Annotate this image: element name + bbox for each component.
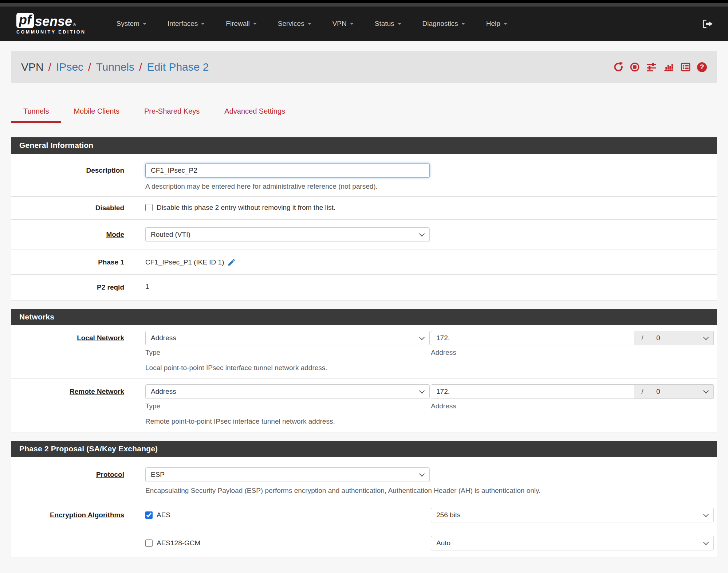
aes128gcm-label: AES128-GCM bbox=[157, 539, 200, 547]
window-title-strip bbox=[0, 3, 728, 7]
panel-title: Phase 2 Proposal (SA/Key Exchange) bbox=[11, 441, 717, 457]
list-icon[interactable] bbox=[680, 62, 691, 72]
mode-select[interactable]: Routed (VTI) bbox=[145, 227, 430, 242]
remote-network-address-input[interactable] bbox=[431, 384, 634, 399]
description-help: A description may be entered here for ad… bbox=[145, 183, 714, 191]
disabled-checkbox-label: Disable this phase 2 entry without remov… bbox=[157, 204, 335, 212]
menu-help[interactable]: Help bbox=[476, 16, 518, 31]
slash-addon: / bbox=[634, 331, 651, 345]
panel-title: General Information bbox=[11, 137, 717, 154]
menu-system[interactable]: System bbox=[106, 16, 157, 31]
chevron-down-icon bbox=[201, 23, 205, 25]
refresh-icon[interactable] bbox=[613, 62, 623, 72]
description-label: Description bbox=[11, 163, 124, 178]
breadcrumb-separator: / bbox=[48, 61, 51, 73]
menu-status[interactable]: Status bbox=[364, 16, 412, 31]
breadcrumb-section: VPN bbox=[21, 61, 44, 73]
aes128gcm-keylen-select[interactable]: Auto bbox=[431, 536, 714, 550]
pf-logo-box: pf bbox=[16, 13, 34, 28]
panel-phase2-proposal: Phase 2 Proposal (SA/Key Exchange) Proto… bbox=[11, 441, 717, 557]
aes-label: AES bbox=[157, 511, 170, 519]
logo-text: sense bbox=[35, 15, 72, 28]
sign-out-button[interactable] bbox=[702, 18, 713, 30]
local-network-address-input[interactable] bbox=[431, 331, 634, 345]
stop-icon[interactable] bbox=[630, 62, 640, 72]
p2-reqid-value: 1 bbox=[145, 283, 149, 290]
disabled-checkbox[interactable] bbox=[145, 204, 153, 211]
slash-addon: / bbox=[634, 384, 651, 399]
remote-address-caption: Address bbox=[431, 402, 714, 410]
row-p2-reqid: P2 reqid 1 bbox=[11, 274, 717, 300]
description-input[interactable] bbox=[145, 163, 430, 178]
tab-advanced-settings[interactable]: Advanced Settings bbox=[212, 107, 298, 123]
breadcrumb: VPN / IPsec / Tunnels / Edit Phase 2 bbox=[11, 51, 717, 83]
local-network-label: Local Network bbox=[11, 331, 124, 345]
local-network-help: Local point-to-point IPsec interface tun… bbox=[145, 364, 714, 372]
chevron-down-icon bbox=[398, 23, 401, 25]
remote-network-label: Remote Network bbox=[11, 384, 124, 399]
mode-label: Mode bbox=[11, 227, 124, 242]
row-description: Description A description may be entered… bbox=[11, 154, 717, 196]
top-navbar: pf sense ® COMMUNITY EDITION System Inte… bbox=[0, 7, 728, 41]
chevron-down-icon bbox=[253, 23, 257, 25]
phase1-label: Phase 1 bbox=[11, 257, 124, 267]
aes-keylen-select[interactable]: 256 bits bbox=[431, 508, 714, 522]
panel-title: Networks bbox=[11, 309, 717, 325]
tab-pre-shared-keys[interactable]: Pre-Shared Keys bbox=[132, 107, 212, 123]
chevron-down-icon bbox=[143, 23, 146, 25]
local-network-prefix-select[interactable]: 0 bbox=[651, 331, 714, 345]
phase1-value: CF1_IPsec_P1 (IKE ID 1) bbox=[145, 257, 224, 267]
local-network-type-select[interactable]: Address bbox=[145, 331, 430, 345]
p2-reqid-label: P2 reqid bbox=[11, 283, 124, 292]
row-disabled: Disabled Disable this phase 2 entry with… bbox=[11, 196, 717, 219]
row-remote-network: Remote Network Address Type / bbox=[11, 378, 717, 432]
disabled-label: Disabled bbox=[11, 204, 124, 212]
row-protocol: Protocol ESP Encapsulating Security Payl… bbox=[11, 457, 717, 501]
chevron-down-icon bbox=[504, 23, 507, 25]
breadcrumb-separator: / bbox=[139, 61, 142, 73]
aes-checkbox[interactable] bbox=[145, 511, 153, 519]
sliders-icon[interactable] bbox=[646, 62, 657, 72]
menu-vpn[interactable]: VPN bbox=[322, 16, 364, 31]
navbar-menus: System Interfaces Firewall Services VPN … bbox=[106, 16, 702, 31]
row-encryption-aes: Encryption Algorithms AES 256 bits bbox=[11, 501, 717, 529]
encryption-algorithms-label: Encryption Algorithms bbox=[11, 508, 124, 522]
chevron-down-icon bbox=[461, 23, 465, 25]
menu-diagnostics[interactable]: Diagnostics bbox=[412, 16, 476, 31]
menu-firewall[interactable]: Firewall bbox=[215, 16, 267, 31]
row-mode: Mode Routed (VTI) bbox=[11, 219, 717, 250]
local-address-caption: Address bbox=[431, 349, 714, 357]
protocol-select[interactable]: ESP bbox=[145, 467, 430, 482]
row-local-network: Local Network Address Type / bbox=[11, 325, 717, 378]
pfsense-logo[interactable]: pf sense ® COMMUNITY EDITION bbox=[16, 13, 86, 35]
remote-network-type-select[interactable]: Address bbox=[145, 384, 430, 399]
protocol-help: Encapsulating Security Payload (ESP) per… bbox=[145, 487, 714, 495]
sign-out-icon bbox=[702, 18, 713, 30]
remote-type-caption: Type bbox=[145, 402, 430, 410]
protocol-label: Protocol bbox=[11, 467, 124, 482]
chart-bar-icon[interactable] bbox=[663, 62, 674, 72]
pencil-icon[interactable] bbox=[227, 258, 236, 267]
breadcrumb-link-tunnels[interactable]: Tunnels bbox=[96, 61, 134, 73]
menu-interfaces[interactable]: Interfaces bbox=[157, 16, 215, 31]
panel-networks: Networks Local Network Address Type / bbox=[11, 309, 717, 432]
breadcrumb-link-ipsec[interactable]: IPsec bbox=[56, 61, 83, 73]
breadcrumb-separator: / bbox=[88, 61, 91, 73]
menu-services[interactable]: Services bbox=[267, 16, 322, 31]
panel-general-information: General Information Description A descri… bbox=[11, 137, 717, 301]
window-top-strip bbox=[0, 0, 728, 3]
tab-mobile-clients[interactable]: Mobile Clients bbox=[61, 107, 132, 123]
remote-network-prefix-select[interactable]: 0 bbox=[651, 384, 714, 399]
edition-label: COMMUNITY EDITION bbox=[16, 30, 86, 35]
chevron-down-icon bbox=[308, 23, 311, 25]
tab-bar: Tunnels Mobile Clients Pre-Shared Keys A… bbox=[11, 107, 717, 123]
chevron-down-icon bbox=[350, 23, 354, 25]
aes128gcm-checkbox[interactable] bbox=[145, 539, 153, 547]
tab-tunnels[interactable]: Tunnels bbox=[11, 107, 61, 123]
help-icon[interactable]: ? bbox=[697, 62, 707, 72]
registered-mark: ® bbox=[73, 23, 76, 28]
remote-network-help: Remote point-to-point IPsec interface tu… bbox=[145, 417, 714, 425]
breadcrumb-link-edit-phase2[interactable]: Edit Phase 2 bbox=[147, 61, 209, 73]
row-encryption-aes128gcm: AES128-GCM Auto bbox=[11, 529, 717, 557]
row-phase1: Phase 1 CF1_IPsec_P1 (IKE ID 1) bbox=[11, 250, 717, 274]
